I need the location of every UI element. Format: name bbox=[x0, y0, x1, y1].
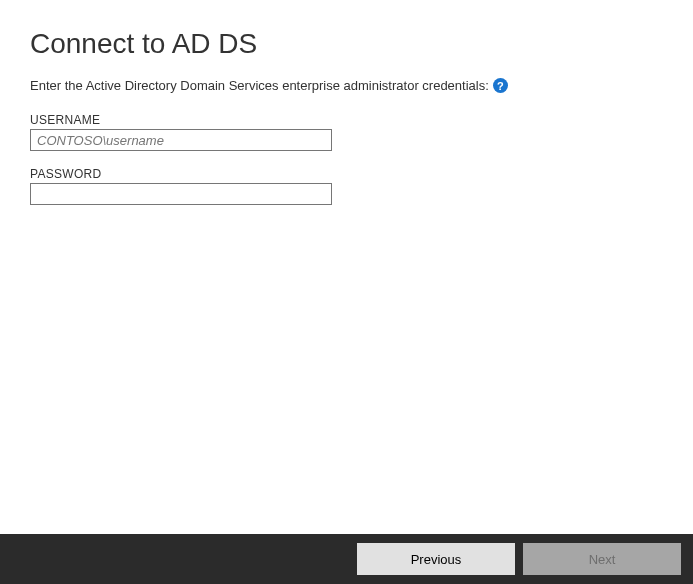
previous-button[interactable]: Previous bbox=[357, 543, 515, 575]
username-label: USERNAME bbox=[30, 113, 663, 127]
next-button: Next bbox=[523, 543, 681, 575]
username-input[interactable] bbox=[30, 129, 332, 151]
main-content: Connect to AD DS Enter the Active Direct… bbox=[0, 0, 693, 205]
username-field-group: USERNAME bbox=[30, 113, 663, 151]
password-input[interactable] bbox=[30, 183, 332, 205]
page-title: Connect to AD DS bbox=[30, 28, 663, 60]
instruction-row: Enter the Active Directory Domain Servic… bbox=[30, 78, 663, 93]
help-icon[interactable]: ? bbox=[493, 78, 508, 93]
password-label: PASSWORD bbox=[30, 167, 663, 181]
footer-bar: Previous Next bbox=[0, 534, 693, 584]
password-field-group: PASSWORD bbox=[30, 167, 663, 205]
instruction-text: Enter the Active Directory Domain Servic… bbox=[30, 78, 489, 93]
